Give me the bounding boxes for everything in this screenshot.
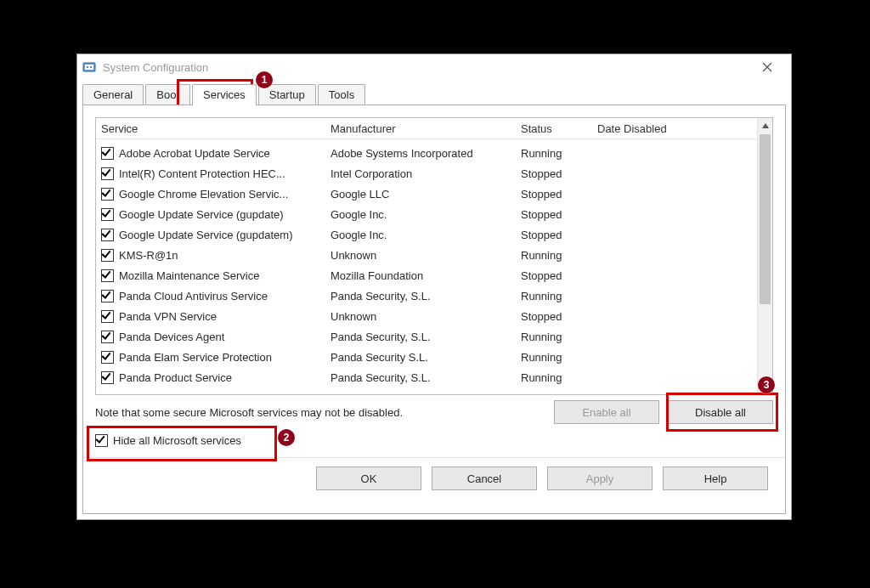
help-button[interactable]: Help (663, 466, 768, 490)
status-cell: Running (516, 290, 592, 302)
scroll-up-button[interactable] (758, 118, 772, 133)
list-header: Service Manufacturer Status Date Disable… (96, 118, 757, 139)
row-checkbox[interactable] (101, 147, 114, 160)
status-cell: Stopped (516, 188, 592, 201)
svg-rect-1 (85, 65, 93, 70)
window-title: System Configuration (103, 61, 208, 74)
status-cell: Stopped (516, 269, 592, 282)
service-row[interactable]: Panda Cloud Antivirus ServicePanda Secur… (96, 286, 757, 306)
callout-2: 2 (278, 429, 295, 446)
services-listview: Service Manufacturer Status Date Disable… (96, 118, 757, 394)
app-icon (82, 60, 96, 74)
col-service[interactable]: Service (96, 122, 325, 135)
service-row[interactable]: Panda VPN ServiceUnknownStopped (96, 306, 757, 326)
manufacturer-cell: Mozilla Foundation (325, 269, 516, 282)
divider (83, 457, 785, 458)
service-row[interactable]: Panda Devices AgentPanda Security, S.L.R… (96, 326, 757, 347)
manufacturer-cell: Panda Security S.L. (325, 351, 516, 364)
vertical-scrollbar[interactable] (757, 118, 772, 394)
status-cell: Running (516, 249, 592, 262)
svg-point-3 (90, 66, 92, 68)
note-row: Note that some secure Microsoft services… (95, 400, 773, 424)
service-name: Google Chrome Elevation Servic... (119, 188, 288, 201)
service-name: Panda Cloud Antivirus Service (119, 290, 268, 302)
manufacturer-cell: Google Inc. (325, 208, 516, 221)
footer-buttons: OK Cancel Apply Help (95, 466, 773, 490)
service-row[interactable]: Panda Product ServicePanda Security, S.L… (96, 367, 757, 387)
tab-boot[interactable]: Boot (145, 84, 190, 105)
tab-general[interactable]: General (82, 84, 144, 105)
row-checkbox[interactable] (101, 208, 114, 221)
service-row[interactable]: Google Chrome Elevation Servic...Google … (96, 184, 757, 204)
col-date-disabled[interactable]: Date Disabled (592, 122, 757, 135)
tab-startup[interactable]: Startup (258, 84, 316, 105)
status-cell: Stopped (516, 208, 592, 221)
list-body[interactable]: Adobe Acrobat Update ServiceAdobe System… (96, 139, 757, 394)
services-list: Service Manufacturer Status Date Disable… (95, 117, 773, 395)
service-name: Panda VPN Service (119, 310, 217, 323)
status-cell: Running (516, 371, 592, 384)
status-cell: Stopped (516, 310, 592, 323)
service-row[interactable]: Mozilla Maintenance ServiceMozilla Found… (96, 265, 757, 286)
service-name: Mozilla Maintenance Service (119, 269, 259, 282)
row-checkbox[interactable] (101, 188, 114, 201)
service-row[interactable]: KMS-R@1nUnknownRunning (96, 245, 757, 265)
col-manufacturer[interactable]: Manufacturer (325, 122, 516, 135)
manufacturer-cell: Intel Corporation (325, 167, 516, 180)
status-cell: Stopped (516, 167, 592, 180)
manufacturer-cell: Google Inc. (325, 229, 516, 241)
status-cell: Running (516, 331, 592, 343)
manufacturer-cell: Panda Security, S.L. (325, 290, 516, 302)
service-name: Google Update Service (gupdatem) (119, 229, 293, 241)
tab-tools[interactable]: Tools (318, 84, 365, 105)
hide-ms-row: Hide all Microsoft services 2 (95, 434, 773, 447)
service-row[interactable]: Google Update Service (gupdatem)Google I… (96, 224, 757, 245)
manufacturer-cell: Panda Security, S.L. (325, 371, 516, 384)
manufacturer-cell: Panda Security, S.L. (325, 331, 516, 343)
service-row[interactable]: Adobe Acrobat Update ServiceAdobe System… (96, 143, 757, 163)
service-name: Google Update Service (gupdate) (119, 208, 284, 221)
scroll-down-button[interactable] (758, 380, 772, 394)
tab-strip: General Boot Services Startup Tools 1 (77, 80, 791, 105)
row-checkbox[interactable] (101, 351, 114, 364)
row-checkbox[interactable] (101, 229, 114, 241)
enable-all-button[interactable]: Enable all (554, 400, 659, 424)
system-configuration-window: System Configuration General Boot Servic… (76, 54, 792, 520)
row-checkbox[interactable] (101, 331, 114, 343)
service-name: Panda Product Service (119, 371, 232, 384)
row-checkbox[interactable] (101, 167, 114, 180)
status-cell: Stopped (516, 229, 592, 241)
services-pane: Service Manufacturer Status Date Disable… (82, 105, 786, 514)
row-checkbox[interactable] (101, 249, 114, 262)
note-text: Note that some secure Microsoft services… (95, 406, 403, 419)
row-checkbox[interactable] (101, 269, 114, 282)
status-cell: Running (516, 147, 592, 160)
service-name: Intel(R) Content Protection HEC... (119, 167, 285, 180)
status-cell: Running (516, 351, 592, 364)
row-checkbox[interactable] (101, 290, 114, 302)
hide-ms-checkbox[interactable] (95, 434, 108, 447)
service-name: Panda Devices Agent (119, 331, 224, 343)
hide-ms-label[interactable]: Hide all Microsoft services (113, 434, 241, 447)
manufacturer-cell: Google LLC (325, 188, 516, 201)
service-name: KMS-R@1n (119, 249, 178, 262)
cancel-button[interactable]: Cancel (432, 466, 537, 490)
close-button[interactable] (750, 55, 784, 79)
ok-button[interactable]: OK (316, 466, 421, 490)
service-row[interactable]: Google Update Service (gupdate)Google In… (96, 204, 757, 224)
service-row[interactable]: Panda Elam Service ProtectionPanda Secur… (96, 347, 757, 367)
row-checkbox[interactable] (101, 371, 114, 384)
svg-point-2 (87, 66, 88, 68)
disable-all-button[interactable]: Disable all (668, 400, 773, 424)
col-status[interactable]: Status (516, 122, 592, 135)
scroll-thumb[interactable] (760, 134, 771, 304)
manufacturer-cell: Unknown (325, 310, 516, 323)
tab-services[interactable]: Services (192, 84, 257, 105)
titlebar: System Configuration (77, 54, 791, 80)
row-checkbox[interactable] (101, 310, 114, 323)
service-name: Adobe Acrobat Update Service (119, 147, 270, 160)
service-row[interactable]: Intel(R) Content Protection HEC...Intel … (96, 163, 757, 184)
apply-button[interactable]: Apply (547, 466, 652, 490)
manufacturer-cell: Adobe Systems Incorporated (325, 147, 516, 160)
manufacturer-cell: Unknown (325, 249, 516, 262)
